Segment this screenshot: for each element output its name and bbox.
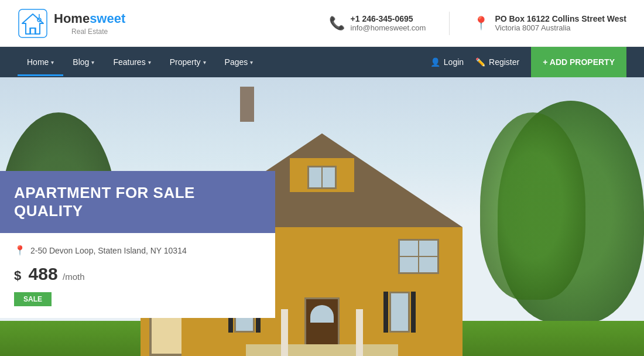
user-icon: 👤 (430, 57, 440, 67)
nav-right: 👤 Login ✏️ Register + ADD PROPERTY (430, 47, 626, 77)
email-address: info@homesweet.com (351, 23, 426, 32)
phone-text: +1 246-345-0695 info@homesweet.com (351, 14, 426, 32)
nav-item-blog[interactable]: Blog ▾ (63, 48, 104, 76)
price-period: /moth (63, 272, 85, 282)
porch-roof (246, 344, 398, 356)
address-line1: PO Box 16122 Collins Street West (495, 14, 626, 23)
nav-property-label: Property (170, 57, 201, 67)
shutter-right2 (411, 292, 416, 333)
column-left (281, 309, 288, 356)
nav-home-label: Home (27, 57, 49, 67)
logo-sweet: sweet (90, 11, 125, 26)
dormer-roof (287, 134, 357, 158)
nav-blog-label: Blog (73, 57, 89, 67)
contact-info: 📞 +1 246-345-0695 info@homesweet.com 📍 P… (329, 12, 626, 35)
price-value: 488 (29, 264, 58, 283)
logo-sub: Real Estate (54, 28, 125, 36)
address-line2: Victoria 8007 Australia (495, 23, 626, 32)
hero-section: APARTMENT FOR SALE QUALITY 📍 2-50 Devon … (0, 77, 644, 356)
address-text: PO Box 16122 Collins Street West Victori… (495, 14, 626, 32)
location-icon: 📍 (473, 16, 489, 31)
nav-links: Home ▾ Blog ▾ Features ▾ Property ▾ Page… (18, 48, 430, 76)
phone-number: +1 246-345-0695 (351, 14, 426, 23)
window-divider (321, 167, 323, 187)
door-window (310, 305, 334, 323)
property-card: APARTMENT FOR SALE QUALITY 📍 2-50 Devon … (0, 171, 275, 318)
dormer-window (307, 166, 337, 189)
phone-icon: 📞 (329, 16, 345, 31)
chimney (240, 87, 254, 122)
add-property-button[interactable]: + ADD PROPERTY (531, 47, 626, 77)
chevron-down-icon: ▾ (91, 59, 94, 66)
pin-icon: 📍 (14, 245, 26, 256)
property-address: 📍 2-50 Devon Loop, Staten Island, NY 103… (14, 245, 261, 256)
register-label: Register (489, 57, 519, 67)
card-title-bar: APARTMENT FOR SALE QUALITY (0, 171, 275, 233)
chevron-down-icon: ▾ (250, 59, 253, 66)
register-button[interactable]: ✏️ Register (475, 57, 519, 67)
logo[interactable]: Homesweet Real Estate (18, 8, 125, 39)
login-label: Login (444, 57, 464, 67)
chevron-down-icon: ▾ (148, 59, 151, 66)
chevron-down-icon: ▾ (203, 59, 206, 66)
logo-home: Home (54, 11, 90, 26)
nav-item-home[interactable]: Home ▾ (18, 48, 63, 76)
window-glass2 (389, 292, 410, 333)
address-contact: 📍 PO Box 16122 Collins Street West Victo… (473, 14, 626, 32)
svg-marker-1 (22, 14, 43, 34)
house-logo-icon (18, 8, 48, 39)
nav-item-features[interactable]: Features ▾ (104, 48, 160, 76)
sale-badge[interactable]: SALE (14, 292, 52, 306)
nav-item-pages[interactable]: Pages ▾ (215, 48, 263, 76)
shutter-left2 (383, 292, 388, 333)
address-text: 2-50 Devon Loop, Staten Island, NY 10314 (30, 246, 187, 255)
navbar: Home ▾ Blog ▾ Features ▾ Property ▾ Page… (0, 47, 644, 77)
property-price: $ 488 /moth (14, 264, 261, 284)
nav-features-label: Features (113, 57, 145, 67)
top-bar: Homesweet Real Estate 📞 +1 246-345-0695 … (0, 0, 644, 47)
phone-contact: 📞 +1 246-345-0695 info@homesweet.com (329, 14, 426, 32)
divider (449, 12, 450, 35)
window-hdiv (400, 256, 437, 257)
window-upper-right (398, 239, 439, 274)
nav-item-property[interactable]: Property ▾ (160, 48, 215, 76)
nav-pages-label: Pages (225, 57, 248, 67)
dormer (290, 157, 354, 192)
logo-text: Homesweet Real Estate (54, 11, 125, 36)
chevron-down-icon: ▾ (51, 59, 54, 66)
card-body: 📍 2-50 Devon Loop, Staten Island, NY 103… (0, 233, 275, 318)
column-right (356, 309, 363, 356)
property-title: APARTMENT FOR SALE QUALITY (14, 184, 261, 220)
login-button[interactable]: 👤 Login (430, 57, 464, 67)
price-currency: $ (14, 268, 21, 283)
add-property-label: + ADD PROPERTY (543, 57, 615, 67)
window-lower-right (383, 292, 416, 333)
edit-icon: ✏️ (475, 57, 485, 67)
